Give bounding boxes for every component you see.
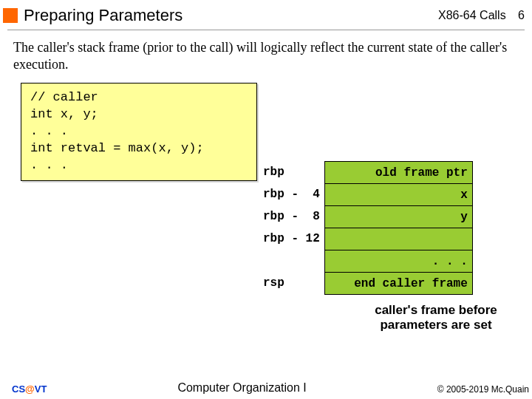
stack-cell <box>324 228 472 250</box>
stack-cell: old frame ptr <box>324 162 472 184</box>
stack-diagram: rbp rbp - 4 rbp - 8 rbp - 12 rsp old fra… <box>263 161 473 295</box>
footer-brand: CS@VT <box>12 383 47 395</box>
stack-table: old frame ptr x y . . . end caller frame <box>324 161 473 295</box>
stack-label: rbp <box>263 161 320 183</box>
footer-vt: VT <box>35 383 47 395</box>
page-number: 6 <box>518 9 525 21</box>
stack-offset-labels: rbp rbp - 4 rbp - 8 rbp - 12 rsp <box>263 161 320 295</box>
slide-header: Preparing Parameters X86-64 Calls 6 <box>0 0 532 28</box>
stack-label: rbp - 8 <box>263 205 320 228</box>
footer-course: Computer Organization I <box>47 381 437 395</box>
header-right: X86-64 Calls 6 <box>438 9 525 22</box>
stack-cell: y <box>324 206 472 228</box>
bullet-icon <box>3 8 18 23</box>
slide-footer: CS@VT Computer Organization I © 2005-201… <box>0 381 532 396</box>
stack-label: rbp - 4 <box>263 183 320 205</box>
stack-cell: x <box>324 184 472 206</box>
slide-title: Preparing Parameters <box>24 6 438 25</box>
stack-cell: end caller frame <box>324 273 472 295</box>
stack-label: rsp <box>263 272 320 294</box>
code-snippet: // caller int x, y; . . . int retval = m… <box>21 83 257 181</box>
header-topic: X86-64 Calls <box>438 9 506 21</box>
footer-copyright: © 2005-2019 Mc.Quain <box>437 384 529 395</box>
footer-cs: CS <box>12 383 25 395</box>
stack-cell: . . . <box>324 250 472 273</box>
body-paragraph: The caller's stack frame (prior to the c… <box>0 36 532 83</box>
footer-at: @ <box>25 383 35 395</box>
diagram-caption: caller's frame before parameters are set <box>362 303 510 333</box>
header-rule <box>7 30 525 30</box>
stack-label <box>263 250 320 272</box>
stack-label: rbp - 12 <box>263 228 320 250</box>
